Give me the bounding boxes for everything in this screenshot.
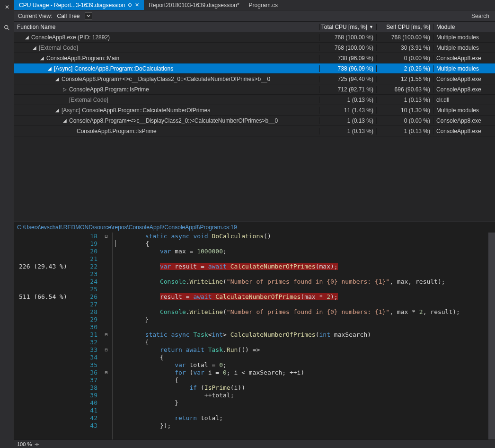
table-row[interactable]: ◢[Async] ConsoleApp8.Program::CalculateN…	[14, 105, 495, 116]
table-row[interactable]: ◢[Async] ConsoleApp8.Program::DoCalculat…	[14, 63, 495, 74]
code-line[interactable]: result = await CalculateNumberOfPrimes(m…	[113, 293, 488, 301]
expander-icon[interactable]: ▷	[62, 87, 67, 92]
code-line[interactable]: ++total;	[113, 392, 488, 399]
code-line[interactable]: var total = 0;	[113, 361, 488, 369]
code-line[interactable]	[113, 301, 488, 308]
code-line[interactable]: });	[113, 422, 488, 430]
self-cpu-cell: 0 (0.00 %)	[377, 55, 433, 62]
total-cpu-cell: 738 (96.09 %)	[320, 55, 377, 62]
line-number: 30	[85, 323, 100, 331]
code-line[interactable]: static async void DoCalculations()	[113, 233, 488, 240]
line-number: 43	[85, 422, 100, 430]
line-number: 35	[85, 361, 100, 369]
cost-annotation	[14, 331, 85, 339]
code-line[interactable]: {	[113, 240, 488, 248]
current-view-dropdown[interactable]: Call Tree	[55, 12, 81, 20]
table-row[interactable]: ▷ConsoleApp8.Program::IsPrime712 (92.71 …	[14, 84, 495, 95]
code-line[interactable]	[113, 323, 488, 331]
fold-toggle-icon	[100, 339, 112, 346]
expander-icon[interactable]: ◢	[55, 108, 60, 113]
code-line[interactable]: return await Task.Run(() =>	[113, 346, 488, 354]
expander-icon[interactable]: ◢	[40, 55, 44, 61]
column-self-cpu[interactable]: Self CPU [ms, %]	[377, 24, 433, 30]
code-line[interactable]: {	[113, 354, 488, 361]
document-tab[interactable]: Program.cs	[244, 0, 283, 10]
fold-toggle-icon	[100, 301, 112, 308]
code-line[interactable]: if (IsPrime(i))	[113, 384, 488, 392]
expander-icon[interactable]: ◢	[25, 35, 29, 40]
fold-toggle-icon[interactable]: ⊟	[100, 233, 112, 240]
table-row[interactable]: ◢ConsoleApp8.exe (PID: 12892)768 (100.00…	[14, 32, 495, 43]
line-number: 21	[85, 255, 100, 263]
code-line[interactable]: for (var i = 0; i < maxSearch; ++i)	[113, 369, 488, 376]
cost-annotation	[14, 270, 85, 278]
code-line[interactable]: var result = await CalculateNumberOfPrim…	[113, 263, 488, 270]
document-tab[interactable]: CPU Usage - Report...3-1639.diagsession⊕…	[14, 0, 144, 10]
code-line[interactable]	[113, 270, 488, 278]
cost-annotation	[14, 407, 85, 414]
code-line[interactable]: }	[113, 399, 488, 407]
current-view-value: Call Tree	[57, 13, 80, 19]
code-line[interactable]: }	[113, 316, 488, 323]
code-line[interactable]	[113, 286, 488, 293]
table-row[interactable]: ◢ConsoleApp8.Program::Main738 (96.09 %)0…	[14, 53, 495, 63]
search-link[interactable]: Search	[471, 13, 491, 19]
cost-annotation	[14, 323, 85, 331]
sort-desc-icon: ▼	[369, 25, 373, 29]
table-row[interactable]: ◢ConsoleApp8.Program+<>c__DisplayClass2_…	[14, 74, 495, 84]
column-total-cpu[interactable]: Total CPU [ms, %]▼	[320, 24, 377, 30]
code-text[interactable]: static async void DoCalculations() { var…	[113, 233, 488, 439]
expander-icon[interactable]: ◢	[47, 66, 52, 71]
line-number: 38	[85, 384, 100, 392]
code-line[interactable]: Console.WriteLine("Number of primes foun…	[113, 278, 488, 286]
document-tab[interactable]: Report20180103-1639.diagsession*	[144, 0, 244, 10]
self-cpu-cell: 10 (1.30 %)	[377, 107, 433, 114]
fold-toggle-icon	[100, 293, 112, 301]
fold-toggle-icon	[100, 376, 112, 384]
column-module[interactable]: Module	[433, 24, 490, 30]
code-line[interactable]: {	[113, 376, 488, 384]
code-line[interactable]	[113, 255, 488, 263]
fold-toggle-icon[interactable]: ⊟	[100, 331, 112, 339]
fold-toggle-icon	[100, 255, 112, 263]
zoom-arrows-icon[interactable]: ◂▸	[35, 441, 39, 447]
line-number: 24	[85, 278, 100, 286]
fold-toggle-icon[interactable]: ⊟	[100, 369, 112, 376]
code-line[interactable]: Console.WriteLine("Number of primes foun…	[113, 308, 488, 316]
code-line[interactable]: return total;	[113, 414, 488, 422]
async-prefix: [Async]	[54, 65, 72, 72]
table-header-row: Function Name Total CPU [ms, %]▼ Self CP…	[14, 22, 495, 32]
line-number: 26	[85, 293, 100, 301]
cost-annotation	[14, 286, 85, 293]
table-row[interactable]: [External Code]1 (0.13 %)1 (0.13 %)clr.d…	[14, 95, 495, 105]
module-cell: ConsoleApp8.exe	[433, 117, 490, 124]
fold-toggle-icon[interactable]: ⊟	[100, 346, 112, 354]
column-function-name[interactable]: Function Name	[14, 24, 320, 30]
function-name-cell: [External Code]	[14, 97, 320, 103]
code-line[interactable]: {	[113, 339, 488, 346]
code-line[interactable]: static async Task<int> CalculateNumberOf…	[113, 331, 488, 339]
zoom-value[interactable]: 100 %	[17, 441, 32, 447]
table-row[interactable]: ConsoleApp8.Program::IsPrime1 (0.13 %)1 …	[14, 126, 495, 136]
code-line[interactable]: var max = 1000000;	[113, 248, 488, 255]
table-row[interactable]: ◢[External Code]768 (100.00 %)30 (3.91 %…	[14, 43, 495, 53]
search-icon[interactable]	[3, 24, 11, 32]
file-path-link[interactable]: C:\Users\evschaff.REDMOND\source\repos\C…	[14, 222, 495, 233]
cost-annotation	[14, 384, 85, 392]
vertical-scrollbar[interactable]	[488, 233, 495, 439]
cost-annotation	[14, 248, 85, 255]
pin-icon[interactable]: ⊕	[128, 2, 132, 8]
function-name: ConsoleApp8.Program+<>c__DisplayClass2_0…	[62, 76, 270, 82]
close-icon[interactable]: ✕	[3, 3, 11, 11]
close-icon[interactable]: ✕	[135, 2, 139, 8]
table-row[interactable]: ◢ConsoleApp8.Program+<>c__DisplayClass2_…	[14, 116, 495, 126]
cost-annotation	[14, 422, 85, 430]
chevron-down-icon[interactable]	[85, 12, 92, 20]
fold-toggle-icon	[100, 278, 112, 286]
expander-icon[interactable]: ◢	[62, 118, 67, 123]
code-line[interactable]	[113, 407, 488, 414]
cost-annotation	[14, 361, 85, 369]
cost-annotation	[14, 354, 85, 361]
expander-icon[interactable]: ◢	[32, 45, 37, 50]
expander-icon[interactable]: ◢	[55, 76, 60, 81]
